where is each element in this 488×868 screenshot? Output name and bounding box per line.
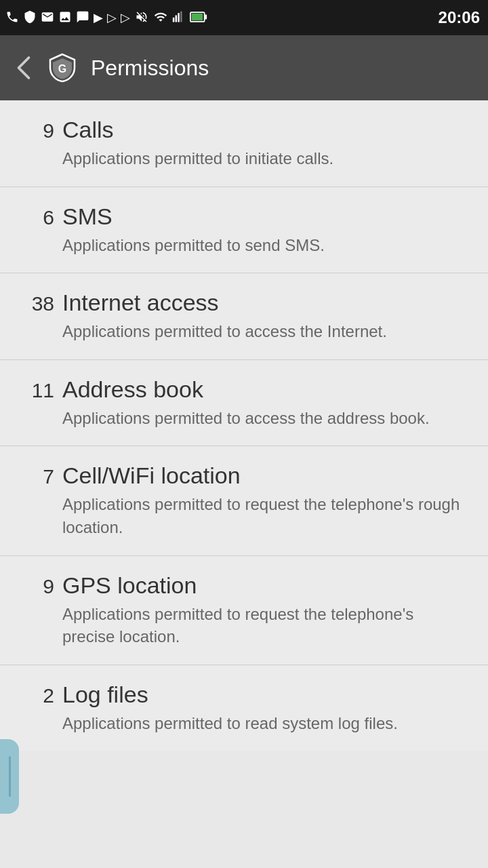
permission-description: Applications permitted to initiate calls… [19,147,469,170]
mail-icon [41,10,54,26]
permission-item-header: 7Cell/WiFi location [19,462,469,489]
permission-count: 9 [19,575,54,598]
permission-count: 38 [19,292,54,315]
permission-title: GPS location [62,572,197,599]
permission-count: 2 [19,684,54,707]
permission-title: Calls [62,117,114,143]
permission-description: Applications permitted to access the Int… [19,320,469,343]
permission-title: Log files [62,682,148,708]
permission-item[interactable]: 2Log filesApplications permitted to read… [0,665,488,751]
permission-description: Applications permitted to send SMS. [19,234,469,257]
permission-title: Cell/WiFi location [62,462,241,489]
permission-count: 7 [19,465,54,488]
permission-item[interactable]: 11Address bookApplications permitted to … [0,360,488,447]
image-icon [58,10,72,26]
permission-item[interactable]: 9CallsApplications permitted to initiate… [0,100,488,187]
play-icon-2: ▷ [107,12,117,24]
signal-icon [172,10,186,26]
permission-description: Applications permitted to request the te… [19,603,469,648]
svg-rect-5 [192,13,203,20]
permission-description: Applications permitted to access the add… [19,407,469,430]
svg-rect-2 [178,13,180,22]
scroll-indicator[interactable] [0,739,19,814]
status-icons-left: ▶ ▷ ▷ [5,10,207,26]
permission-title: SMS [62,203,113,230]
battery-icon [190,11,207,25]
play-icon-1: ▶ [94,12,103,24]
scroll-indicator-line [9,756,11,797]
permission-item[interactable]: 9GPS locationApplications permitted to r… [0,556,488,665]
mute-icon [134,10,149,26]
status-time: 20:06 [439,8,480,27]
shield-status-icon [23,10,37,26]
permission-item[interactable]: 6SMSApplications permitted to send SMS. [0,187,488,274]
page-title: Permissions [91,56,209,81]
permission-title: Internet access [62,290,219,316]
permission-count: 6 [19,206,54,229]
permission-count: 9 [19,119,54,142]
svg-rect-6 [205,14,207,19]
svg-rect-0 [173,17,175,22]
play-icon-3: ▷ [121,12,130,24]
wifi-icon [153,10,168,26]
permission-item[interactable]: 38Internet accessApplications permitted … [0,273,488,360]
chat-icon [76,10,89,26]
svg-rect-3 [180,11,182,22]
permission-description: Applications permitted to read system lo… [19,712,469,735]
permission-item-header: 2Log files [19,682,469,708]
permission-title: Address book [62,376,203,403]
permission-item[interactable]: 7Cell/WiFi locationApplications permitte… [0,446,488,555]
toolbar: G Permissions [0,35,488,100]
svg-text:G: G [58,63,66,75]
permission-count: 11 [19,379,54,402]
permission-item-header: 9GPS location [19,572,469,599]
app-shield-icon: G [47,53,77,83]
status-bar: ▶ ▷ ▷ 20:06 [0,0,488,35]
svg-rect-1 [176,15,178,22]
permission-item-header: 9Calls [19,117,469,143]
permissions-list: 9CallsApplications permitted to initiate… [0,100,488,751]
permission-item-header: 6SMS [19,203,469,230]
phone-icon [5,10,19,26]
back-button[interactable] [14,54,34,81]
permission-description: Applications permitted to request the te… [19,493,469,538]
permission-item-header: 11Address book [19,376,469,403]
permission-item-header: 38Internet access [19,290,469,316]
